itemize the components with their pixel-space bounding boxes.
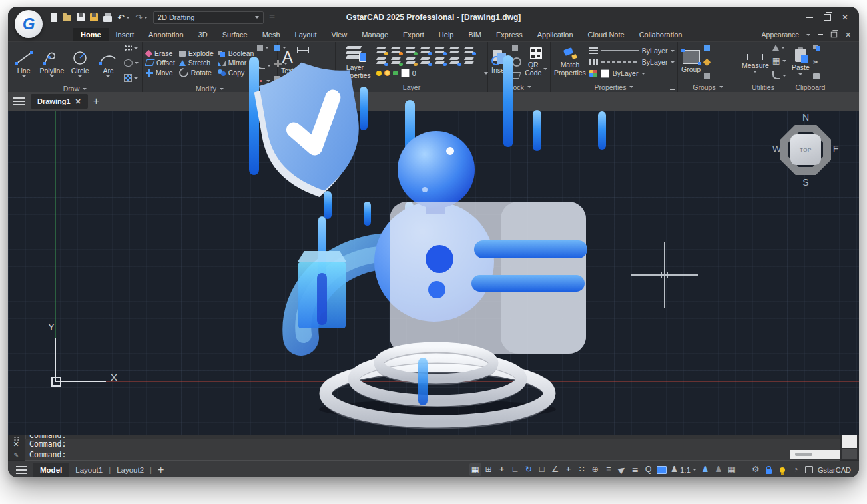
layer-isolate-icon[interactable] (420, 46, 431, 54)
polar-tracking-icon[interactable]: ↻ (523, 463, 535, 476)
annotation-scale-control[interactable]: ♟ 1:1 (669, 463, 698, 476)
table-icon[interactable] (297, 69, 308, 77)
ribbon-tab-home[interactable]: Home (73, 28, 109, 41)
chevron-down-icon[interactable] (78, 75, 82, 77)
dialog-launcher-icon[interactable] (670, 85, 675, 90)
tool-boolean[interactable]: Boolean (218, 49, 254, 57)
ribbon-tab-surface[interactable]: Surface (215, 28, 255, 41)
ribbon-tab-mesh[interactable]: Mesh (255, 28, 288, 41)
layer-walk-icon[interactable] (391, 57, 402, 65)
doc-restore-icon[interactable] (831, 32, 837, 38)
annotation-visibility-icon[interactable]: ♟ (699, 463, 711, 476)
close-command-icon[interactable]: ✕ (11, 440, 21, 449)
insert-block-button[interactable]: Insert (491, 50, 509, 74)
grid-display-icon[interactable]: ⊞ (483, 463, 495, 476)
view-cube[interactable]: N S W E TOP (772, 112, 839, 188)
measure-button[interactable]: Measure (742, 51, 769, 73)
snap-grid-icon[interactable]: ▦ (469, 463, 481, 476)
object-track-icon[interactable]: ⊕ (589, 463, 601, 476)
zoom-icon[interactable]: Q (643, 463, 655, 476)
layer-unlock-icon[interactable] (406, 46, 416, 54)
group-edit-icon[interactable] (704, 45, 710, 51)
layer-freeze-icon[interactable] (435, 46, 445, 54)
ortho-icon[interactable]: ∟ (509, 463, 521, 476)
chevron-down-icon[interactable] (50, 75, 54, 77)
qr-code-button[interactable]: QR Code (525, 47, 547, 77)
tab-layout1[interactable]: Layout1 (75, 466, 103, 474)
tool-copy[interactable]: Copy (218, 68, 254, 77)
close-tab-icon[interactable]: ✕ (75, 98, 81, 105)
tool-polyline[interactable]: Polyline (39, 50, 64, 77)
layer-delete-icon[interactable] (435, 57, 445, 65)
command-input[interactable]: Command: (25, 449, 840, 461)
status-menu-icon[interactable] (16, 466, 27, 474)
doc-menu-icon[interactable] (13, 97, 25, 105)
ribbon-tab-manage[interactable]: Manage (354, 28, 396, 41)
chevron-down-icon[interactable] (106, 75, 110, 77)
viewcube-north[interactable]: N (772, 112, 839, 123)
restore-icon[interactable] (824, 14, 831, 21)
ribbon-tab-annotation[interactable]: Annotation (141, 28, 191, 41)
tab-model[interactable]: Model (33, 463, 69, 477)
osnap-settings-icon[interactable]: + (563, 463, 575, 476)
layer-settings-icon[interactable] (464, 57, 475, 65)
chevron-down-icon[interactable] (267, 65, 271, 67)
command-hscrollbar[interactable] (790, 450, 840, 459)
ribbon-tab-bim[interactable]: BIM (461, 28, 489, 41)
array-icon[interactable] (257, 45, 263, 51)
tool-arc[interactable]: Arc (96, 50, 121, 77)
lineweight-select[interactable]: ByLayer (589, 46, 675, 56)
copy-clip-icon[interactable] (813, 45, 821, 51)
ribbon-tab-view[interactable]: View (324, 28, 355, 41)
define-attribute-icon[interactable] (512, 45, 518, 51)
sync-attribute-icon[interactable] (512, 57, 521, 67)
tool-stretch[interactable]: Stretch (179, 59, 214, 67)
clean-screen-icon[interactable] (803, 463, 815, 476)
ungroup-icon[interactable] (703, 58, 711, 65)
ribbon-tab-help[interactable]: Help (432, 28, 461, 41)
panel-title-utilities[interactable]: Utilities (738, 82, 788, 92)
selection-cycling-icon[interactable]: ▶ (616, 463, 628, 476)
angle-snap-icon[interactable]: ∠ (549, 463, 561, 476)
ribbon-tab-insert[interactable]: Insert (109, 28, 142, 41)
drawing-canvas[interactable]: Y X N S W E TOP (8, 111, 859, 435)
viewcube-east[interactable]: E (833, 144, 839, 154)
print-icon[interactable] (103, 16, 112, 22)
cut-icon[interactable]: ✂ (813, 59, 819, 66)
save-icon[interactable] (77, 13, 85, 21)
viewcube-west[interactable]: W (772, 144, 781, 154)
appearance-dropdown[interactable]: Appearance (762, 31, 800, 39)
copy-base-icon[interactable] (813, 73, 820, 79)
group-manager-icon[interactable] (704, 73, 710, 79)
minimize-icon[interactable] (806, 17, 813, 18)
gstarcad-logo[interactable]: G (15, 10, 43, 38)
quick-properties-icon[interactable]: ▦ (726, 463, 738, 476)
layer-match-icon[interactable] (464, 46, 475, 54)
layer-properties-button[interactable]: Layer Properties (339, 45, 371, 79)
3d-osnap-icon[interactable]: ∷ (576, 463, 588, 476)
panel-title-modify[interactable]: Modify (143, 85, 277, 93)
panel-title-properties[interactable]: Properties (551, 82, 677, 92)
hatch-icon[interactable] (124, 74, 132, 82)
customize-toolbar-icon[interactable]: ≡ (269, 12, 275, 23)
auto-annotation-icon[interactable]: ♟ (713, 463, 724, 476)
angle-measure-icon[interactable] (772, 45, 779, 51)
annotation-monitor-icon[interactable] (656, 463, 668, 476)
document-tab[interactable]: Drawing1 ✕ (31, 94, 88, 109)
open-file-icon[interactable] (63, 15, 71, 21)
chevron-down-icon[interactable] (782, 60, 786, 62)
layer-lock-icon[interactable] (406, 57, 416, 65)
group-button[interactable]: Group (681, 50, 701, 73)
close-icon[interactable]: ✕ (842, 13, 848, 21)
lineweight-display-icon[interactable]: ≡ (603, 463, 615, 476)
panel-title-groups[interactable]: Groups (678, 82, 738, 92)
id-point-icon[interactable] (772, 71, 780, 79)
layer-prev-icon[interactable] (376, 57, 387, 65)
viewcube-south[interactable]: S (772, 177, 839, 188)
chevron-down-icon[interactable] (266, 80, 270, 82)
chevron-down-icon[interactable] (781, 47, 785, 49)
ribbon-tab-cloud-note[interactable]: Cloud Note (581, 28, 632, 41)
chevron-down-icon[interactable] (135, 62, 139, 64)
ribbon-tab-application[interactable]: Application (530, 28, 581, 41)
tool-text[interactable]: A Text (281, 49, 294, 75)
